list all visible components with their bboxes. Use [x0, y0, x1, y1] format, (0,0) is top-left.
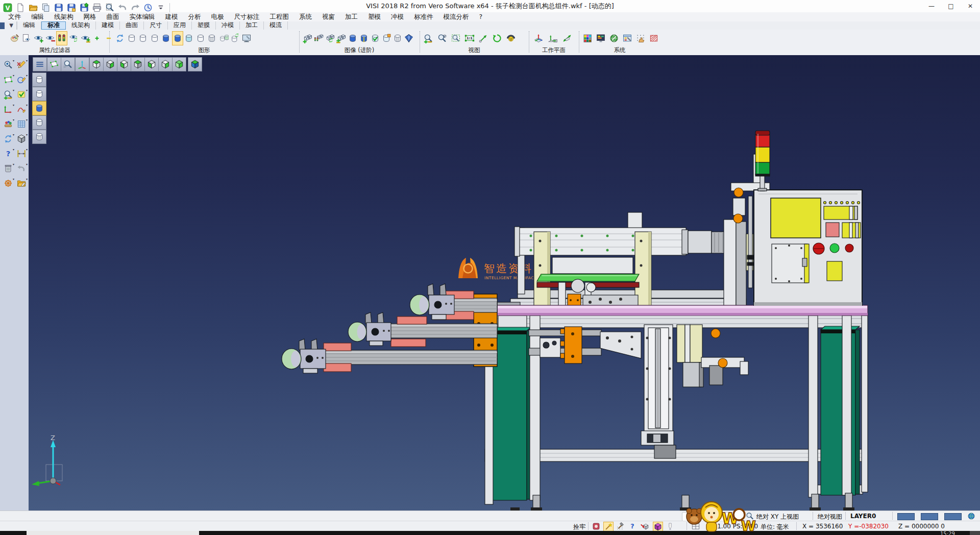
tab-标准[interactable]: 标准 — [41, 21, 66, 30]
traffic-filter-button[interactable] — [56, 31, 67, 45]
status-magic-wand[interactable] — [603, 522, 614, 531]
cyl-outline-button[interactable] — [195, 31, 206, 45]
cubes-add-button[interactable] — [302, 31, 313, 45]
menu-13[interactable]: 加工 — [340, 12, 363, 21]
lock-label[interactable]: 拴牢 — [573, 523, 585, 531]
status-hammer-grid[interactable] — [616, 522, 625, 530]
cyl-outline-button[interactable] — [137, 31, 149, 45]
view-smiley-button[interactable] — [505, 31, 517, 45]
search-icon[interactable] — [745, 512, 754, 520]
cyl-corner-button[interactable] — [381, 31, 392, 45]
palette-filter-button[interactable] — [9, 31, 20, 45]
menu-9[interactable]: 尺寸标注 — [229, 12, 265, 21]
cyl-striped-button[interactable] — [206, 31, 217, 45]
cubes-traffic-button[interactable] — [313, 31, 325, 45]
display-mode-4[interactable] — [32, 130, 46, 144]
display-mode-2[interactable] — [32, 101, 46, 115]
tab-模流[interactable]: 模流 — [264, 21, 288, 30]
view-cube-iso[interactable] — [172, 57, 186, 71]
zoom-cubes-button[interactable] — [436, 31, 448, 45]
tab-加工[interactable]: 加工 — [240, 21, 264, 30]
display-mode-1[interactable] — [32, 87, 46, 101]
zoom-11-button[interactable]: 1:1 — [464, 31, 475, 45]
tab-应用[interactable]: 应用 — [168, 21, 192, 30]
wp-axis-free-button[interactable] — [561, 31, 573, 45]
cyl-cyan-button[interactable] — [183, 31, 194, 45]
menu-1[interactable]: 编辑 — [26, 12, 49, 21]
tab-塑膜[interactable]: 塑膜 — [192, 21, 216, 30]
cyl-striped-button[interactable] — [392, 31, 403, 45]
sidebar-zoom-pm[interactable]: ▾ — [2, 88, 14, 101]
tab-曲面[interactable]: 曲面 — [120, 21, 144, 30]
maximize-button[interactable]: □ — [941, 0, 961, 12]
sidebar-brush-stack[interactable]: ▾ — [2, 117, 14, 131]
sidebar-zoom-eye[interactable]: ▾ — [2, 58, 14, 71]
cyl-double-button[interactable] — [218, 31, 229, 45]
os-taskbar[interactable]: 15:29 — [0, 531, 980, 535]
view-zoom-fly[interactable] — [61, 57, 75, 71]
arrow-diag-button[interactable] — [478, 31, 489, 45]
hand-grid-button[interactable] — [635, 31, 646, 45]
display-mode-3[interactable] — [32, 115, 46, 130]
sidebar-folder-edit[interactable]: ▾ — [15, 177, 28, 190]
status-question-blue[interactable]: ? — [628, 522, 637, 530]
globe-icon[interactable] — [967, 512, 976, 520]
color-swatch[interactable] — [944, 513, 962, 520]
view-cube-left[interactable] — [117, 57, 131, 71]
sidebar-measure[interactable]: ▾ — [15, 147, 28, 160]
refresh-green-button[interactable] — [492, 31, 503, 45]
display-mode-0[interactable] — [32, 72, 46, 87]
layer-indicator[interactable]: LAYER0 — [850, 513, 876, 520]
wp-axis-button[interactable] — [533, 31, 544, 45]
zoom-frame-button[interactable] — [450, 31, 461, 45]
view-cube-top[interactable] — [89, 57, 104, 71]
eye-add-button[interactable] — [33, 31, 44, 45]
zoom-pm-button[interactable] — [423, 31, 434, 45]
minus-yellow-button[interactable] — [103, 31, 114, 45]
view-cube-front[interactable] — [144, 57, 159, 71]
eye-refresh-button[interactable] — [68, 31, 79, 45]
view-cube-bottom[interactable] — [103, 57, 117, 71]
cyl-outline-button[interactable] — [149, 31, 160, 45]
cyl-blue-button[interactable] — [172, 31, 183, 45]
tab-overflow-dropdown[interactable]: ▼ — [6, 21, 17, 30]
sidebar-wheel[interactable]: ▾ — [2, 177, 14, 190]
eye-remove-button[interactable] — [44, 31, 56, 45]
tab-建模[interactable]: 建模 — [96, 21, 120, 30]
cyl-check-button[interactable] — [370, 31, 381, 45]
sidebar-pencil-x[interactable]: ▾ — [15, 58, 28, 71]
sidebar-circle-pencil[interactable]: ▾ — [15, 73, 28, 86]
3d-viewport[interactable]: 智造资料网 INTELLIGENT MANUFACTURING DATA — [29, 55, 980, 510]
cyl-refresh-button[interactable] — [229, 31, 240, 45]
page-eye-button[interactable] — [21, 31, 32, 45]
cubes-plusminus-button[interactable] — [336, 31, 347, 45]
status-window-split[interactable] — [691, 522, 700, 530]
tab-尺寸[interactable]: 尺寸 — [144, 21, 168, 30]
menu-10[interactable]: 工程图 — [265, 12, 295, 21]
menu-14[interactable]: 塑模 — [363, 12, 386, 21]
gem-blue-button[interactable] — [403, 31, 414, 45]
color-swatch[interactable] — [897, 513, 915, 520]
menu-6[interactable]: 建模 — [160, 12, 183, 21]
annotation-badge[interactable]: A — [690, 512, 698, 520]
view-cube-back[interactable] — [131, 57, 145, 71]
view-orientation-label[interactable]: 绝对 XY 上视图 — [756, 513, 799, 521]
minimize-button[interactable]: — — [922, 0, 941, 12]
color-swatch[interactable] — [921, 513, 938, 520]
tab-编辑[interactable]: 编辑 — [17, 21, 41, 30]
sidebar-undo-gray[interactable]: ▾ — [15, 162, 28, 175]
tab-线架构[interactable]: 线架构 — [66, 21, 96, 30]
menu-17[interactable]: 模流分析 — [438, 12, 474, 21]
menu-4[interactable]: 曲面 — [102, 12, 125, 21]
view-menu-lines[interactable] — [33, 57, 47, 71]
menu-7[interactable]: 分析 — [183, 12, 206, 21]
grid-red-button[interactable] — [648, 31, 659, 45]
taskbar-window-segment[interactable] — [27, 531, 199, 535]
cyl-blue-stripe-button[interactable] — [358, 31, 370, 45]
sidebar-grid-win[interactable]: ▾ — [15, 117, 28, 131]
status-record-badge[interactable] — [592, 522, 601, 530]
wp-axis-move-button[interactable] — [547, 31, 558, 45]
plus-green-button[interactable] — [91, 31, 103, 45]
menu-16[interactable]: 标准件 — [409, 12, 438, 21]
sidebar-check-box[interactable]: ▾ — [15, 88, 28, 101]
